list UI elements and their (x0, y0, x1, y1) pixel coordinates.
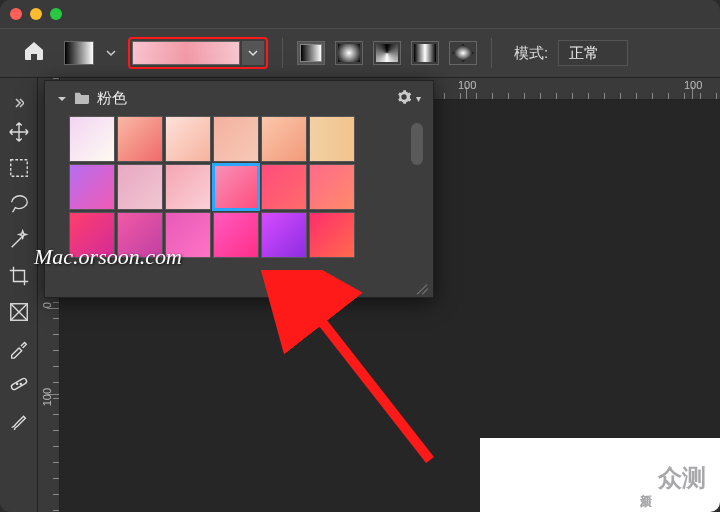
gradient-swatch[interactable] (213, 212, 259, 258)
window-traffic-lights (10, 8, 62, 20)
close-window-button[interactable] (10, 8, 22, 20)
gear-icon (396, 89, 412, 108)
gradient-type-radial[interactable] (335, 41, 363, 65)
gradient-swatch[interactable] (309, 116, 355, 162)
wand-tool[interactable] (5, 226, 33, 254)
zoom-window-button[interactable] (50, 8, 62, 20)
watermark-logo-small: 新浪 (637, 484, 654, 486)
gradient-swatch-grid (45, 116, 433, 258)
panel-menu-button[interactable]: ▾ (396, 89, 421, 108)
gradient-swatch[interactable] (117, 164, 163, 210)
gradient-swatch[interactable] (165, 164, 211, 210)
gradient-folder-name: 粉色 (97, 89, 127, 108)
chevron-down-icon (248, 48, 258, 58)
ruler-mark: 0 (41, 302, 53, 308)
svg-rect-2 (10, 377, 27, 390)
gradient-swatch[interactable] (309, 212, 355, 258)
options-bar: 模式: 正常 (0, 28, 720, 78)
gradient-picker-dropdown[interactable] (242, 41, 264, 65)
expand-panels-button[interactable] (5, 96, 33, 110)
healing-tool[interactable] (5, 370, 33, 398)
dropdown-caret-icon: ▾ (416, 93, 421, 104)
gradient-type-reflected[interactable] (411, 41, 439, 65)
marquee-icon (8, 157, 30, 179)
panel-resize-handle[interactable] (415, 279, 429, 293)
gradient-preview (132, 41, 240, 65)
panel-scrollbar[interactable] (411, 123, 423, 165)
svg-point-4 (20, 383, 21, 384)
blend-mode-select[interactable]: 正常 (558, 40, 628, 66)
home-button[interactable] (14, 35, 54, 71)
svg-point-3 (16, 383, 17, 384)
gradient-swatch[interactable] (69, 116, 115, 162)
watermark-logo-big: 众测 (658, 462, 706, 494)
separator (282, 38, 283, 68)
ruler-mark: 100 (41, 388, 53, 406)
eyedropper-tool[interactable] (5, 334, 33, 362)
frame-icon (8, 301, 30, 323)
chevron-down-icon (106, 48, 116, 58)
gradient-swatch[interactable] (213, 164, 259, 210)
brush-tool[interactable] (5, 406, 33, 434)
separator (491, 38, 492, 68)
minimize-window-button[interactable] (30, 8, 42, 20)
bandage-icon (8, 373, 30, 395)
tool-preset-preview[interactable] (64, 41, 94, 65)
gradient-swatch[interactable] (261, 116, 307, 162)
lasso-icon (8, 193, 30, 215)
ruler-mark: 100 (458, 79, 476, 91)
titlebar (0, 0, 720, 28)
watermark-url: Mac.orsoon.com (34, 244, 182, 270)
gradient-swatch[interactable] (261, 212, 307, 258)
gradient-picker-button[interactable] (128, 37, 268, 69)
gradient-swatch[interactable] (165, 116, 211, 162)
svg-rect-0 (10, 160, 27, 177)
eyedropper-icon (8, 337, 30, 359)
blend-mode-label: 模式: (514, 44, 548, 63)
watermark-logo: 新浪 众测 (637, 462, 706, 494)
gradient-folder-header[interactable]: 粉色 (57, 89, 127, 108)
tool-rail (0, 78, 38, 512)
brush-icon (8, 409, 30, 431)
gradient-swatch[interactable] (261, 164, 307, 210)
gradient-type-linear[interactable] (297, 41, 325, 65)
gradient-type-diamond[interactable] (449, 41, 477, 65)
gradient-swatch[interactable] (117, 116, 163, 162)
crop-icon (8, 265, 30, 287)
move-tool[interactable] (5, 118, 33, 146)
gradient-swatch[interactable] (309, 164, 355, 210)
gradient-swatch[interactable] (213, 116, 259, 162)
wand-icon (8, 229, 30, 251)
chevron-down-icon (57, 94, 67, 104)
frame-tool[interactable] (5, 298, 33, 326)
folder-collapse-toggle[interactable] (57, 90, 67, 107)
marquee-tool[interactable] (5, 154, 33, 182)
move-icon (8, 121, 30, 143)
crop-tool[interactable] (5, 262, 33, 290)
blend-mode-value: 正常 (569, 44, 599, 63)
home-icon (22, 39, 46, 63)
ruler-mark: 100 (684, 79, 702, 91)
folder-icon (73, 90, 91, 107)
lasso-tool[interactable] (5, 190, 33, 218)
tool-preset-dropdown[interactable] (104, 44, 118, 62)
gradient-swatch[interactable] (69, 164, 115, 210)
gradient-type-angle[interactable] (373, 41, 401, 65)
chevron-right-icon (14, 98, 24, 108)
